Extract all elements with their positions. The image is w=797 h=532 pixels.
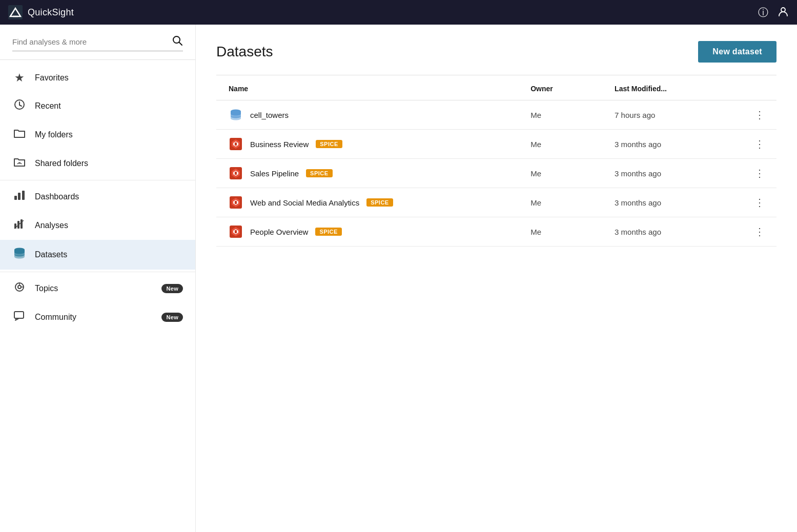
clock-icon (12, 99, 27, 113)
col-header-modified: Last Modified... (608, 77, 748, 100)
table-row: Web and Social Media Analytics SPICE Me … (216, 188, 776, 217)
sidebar-item-my-folders[interactable]: My folders (0, 120, 195, 149)
table-row: Business Review SPICE Me 3 months ago ⋮ (216, 130, 776, 159)
row-actions-button[interactable]: ⋮ (754, 197, 766, 208)
spice-badge: SPICE (306, 169, 333, 177)
sidebar-item-community[interactable]: Community New (0, 303, 195, 332)
app-title: QuickSight (28, 7, 74, 18)
svg-rect-35 (235, 201, 237, 204)
search-bar (0, 25, 195, 60)
svg-rect-27 (235, 142, 237, 146)
search-icon[interactable] (172, 35, 183, 49)
table-body: cell_towers Me 7 hours ago ⋮ Business Re… (216, 100, 776, 247)
sidebar-item-label: Recent (35, 101, 183, 111)
dataset-name[interactable]: Sales Pipeline (250, 169, 299, 178)
sidebar-item-label: My folders (35, 130, 183, 139)
sidebar-item-datasets[interactable]: Datasets (0, 240, 195, 270)
spice-badge: SPICE (315, 228, 342, 236)
redshift-icon (229, 195, 243, 210)
cell-modified: 3 months ago (608, 188, 748, 217)
row-actions-button[interactable]: ⋮ (754, 168, 766, 179)
cell-owner: Me (524, 100, 608, 130)
redshift-icon (229, 166, 243, 180)
sidebar: ★ Favorites Recent (0, 25, 196, 532)
cell-name: Web and Social Media Analytics SPICE (216, 188, 524, 217)
col-header-actions (748, 77, 776, 100)
top-navigation: QuickSight ⓘ (0, 0, 797, 25)
name-wrap: Web and Social Media Analytics SPICE (229, 195, 518, 210)
svg-rect-15 (21, 219, 23, 229)
sidebar-item-label: Favorites (35, 73, 183, 83)
redshift-icon (229, 224, 243, 239)
sidebar-item-label: Community (35, 313, 153, 322)
datasets-table: Name Owner Last Modified... cell_towers (216, 77, 776, 247)
col-header-owner: Owner (524, 77, 608, 100)
sidebar-item-recent[interactable]: Recent (0, 92, 195, 120)
cell-owner: Me (524, 217, 608, 247)
community-new-badge: New (161, 313, 183, 322)
cell-actions: ⋮ (748, 188, 776, 217)
table-row: cell_towers Me 7 hours ago ⋮ (216, 100, 776, 130)
main-layout: ★ Favorites Recent (0, 25, 797, 532)
cell-owner: Me (524, 159, 608, 188)
dashboards-icon (12, 190, 27, 204)
dataset-name[interactable]: cell_towers (250, 111, 289, 119)
topnav-left: QuickSight (8, 5, 74, 19)
cell-modified: 3 months ago (608, 217, 748, 247)
cell-name: Sales Pipeline SPICE (216, 159, 524, 188)
datasets-icon (12, 247, 27, 262)
cell-modified: 3 months ago (608, 159, 748, 188)
community-icon (12, 310, 27, 324)
sidebar-item-dashboards[interactable]: Dashboards (0, 182, 195, 211)
dataset-name[interactable]: People Overview (250, 228, 308, 236)
dataset-name[interactable]: Web and Social Media Analytics (250, 198, 359, 207)
svg-line-5 (179, 43, 182, 46)
svg-rect-10 (14, 196, 17, 200)
cell-actions: ⋮ (748, 100, 776, 130)
svg-point-19 (18, 285, 21, 289)
name-wrap: People Overview SPICE (229, 224, 518, 239)
table-header: Name Owner Last Modified... (216, 77, 776, 100)
svg-point-3 (781, 8, 785, 12)
row-actions-button[interactable]: ⋮ (754, 226, 766, 237)
table-row: Sales Pipeline SPICE Me 3 months ago ⋮ (216, 159, 776, 188)
user-icon[interactable] (778, 6, 789, 19)
cell-name: People Overview SPICE (216, 217, 524, 247)
sidebar-item-label: Topics (35, 284, 153, 293)
spice-badge: SPICE (316, 140, 342, 148)
topnav-right: ⓘ (758, 6, 789, 19)
new-dataset-button[interactable]: New dataset (698, 41, 776, 63)
topics-new-badge: New (161, 284, 183, 293)
svg-rect-11 (18, 193, 21, 200)
nav-section: ★ Favorites Recent (0, 60, 195, 336)
search-input[interactable] (12, 37, 168, 46)
page-title: Datasets (216, 44, 273, 60)
svg-rect-22 (14, 312, 24, 318)
quicksight-logo (8, 5, 23, 19)
datasets-header: Datasets New dataset (216, 25, 776, 75)
db-icon (229, 108, 243, 122)
search-input-wrap[interactable] (12, 35, 183, 51)
svg-rect-39 (235, 230, 237, 233)
row-actions-button[interactable]: ⋮ (754, 109, 766, 120)
nav-divider (0, 272, 195, 272)
name-wrap: Business Review SPICE (229, 137, 518, 151)
dataset-name[interactable]: Business Review (250, 140, 309, 149)
svg-rect-12 (22, 191, 25, 200)
cell-modified: 3 months ago (608, 130, 748, 159)
analyses-icon (12, 218, 27, 233)
name-wrap: Sales Pipeline SPICE (229, 166, 518, 180)
name-wrap: cell_towers (229, 108, 518, 122)
star-icon: ★ (12, 71, 27, 85)
sidebar-item-topics[interactable]: Topics New (0, 274, 195, 303)
help-icon[interactable]: ⓘ (758, 6, 768, 19)
sidebar-item-favorites[interactable]: ★ Favorites (0, 64, 195, 92)
sidebar-item-shared-folders[interactable]: Shared folders (0, 149, 195, 178)
cell-actions: ⋮ (748, 130, 776, 159)
row-actions-button[interactable]: ⋮ (754, 138, 766, 150)
cell-modified: 7 hours ago (608, 100, 748, 130)
sidebar-item-analyses[interactable]: Analyses (0, 211, 195, 240)
folder-icon (12, 128, 27, 142)
cell-name: cell_towers (216, 100, 524, 130)
topics-icon (12, 281, 27, 296)
